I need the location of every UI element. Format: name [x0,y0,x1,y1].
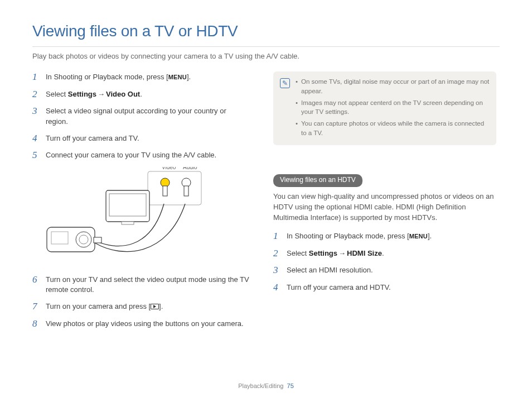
svg-rect-14 [94,237,101,243]
step-text: In Shooting or Playback mode, press [MEN… [287,231,496,242]
diagram-svg: Video Audio [45,167,212,262]
hdtv-heading-pill: Viewing files on an HDTV [273,174,362,186]
step-number: 5 [32,150,40,161]
step-text: Select Settings → HDMI Size. [287,248,496,259]
step-number: 4 [32,133,40,144]
step-7: 7 Turn on your camera and press []. [32,301,250,312]
step-number: 1 [273,231,281,242]
svg-rect-8 [109,194,146,216]
step-3: 3 Select a video signal output according… [32,106,250,127]
content-columns: 1 In Shooting or Playback mode, press [M… [32,71,500,335]
step-number: 1 [32,71,40,83]
step-number: 6 [32,274,40,285]
hdtv-steps: 1 In Shooting or Playback mode, press [M… [273,231,496,293]
step-text: In Shooting or Playback mode, press [MEN… [46,71,250,83]
note-list: On some TVs, digital noise may occur or … [296,77,490,140]
step-number: 2 [273,248,281,259]
step-text: Turn on your TV and select the video out… [46,274,250,296]
intro-text: Play back photos or videos by connecting… [32,51,500,62]
step-text: Select a video signal output according t… [46,106,250,127]
step-8: 8 View photos or play videos using the b… [32,318,250,329]
footer-section: Playback/Editing [238,382,283,389]
hdtv-step-1: 1 In Shooting or Playback mode, press [M… [273,231,496,242]
note-icon: ✎ [280,78,290,88]
step-text: Select Settings → Video Out. [46,89,250,100]
step-number: 2 [32,89,40,100]
hdtv-paragraph: You can view high-quality and uncompress… [273,192,496,223]
step-text: Turn off your camera and TV. [46,133,250,144]
hdtv-step-2: 2 Select Settings → HDMI Size. [273,248,496,259]
step-number: 4 [273,282,281,293]
svg-rect-6 [184,186,188,196]
step-number: 3 [32,106,40,117]
svg-text:Video: Video [162,167,176,170]
page-number: 75 [287,382,294,389]
note-item: On some TVs, digital noise may occur or … [296,77,490,95]
note-box: ✎ On some TVs, digital noise may occur o… [273,71,496,145]
right-column: ✎ On some TVs, digital noise may occur o… [273,71,496,335]
menu-label: MENU [168,74,187,80]
step-5: 5 Connect your camera to your TV using t… [32,150,250,161]
note-item: Images may not appear centerd on the TV … [296,98,490,117]
step-text: Turn on your camera and press []. [46,301,250,312]
svg-rect-13 [51,232,68,244]
menu-label: MENU [409,233,428,240]
title-rule [32,46,500,47]
connection-diagram: Video Audio [45,167,250,265]
step-4: 4 Turn off your camera and TV. [32,133,250,144]
step-text: Connect your camera to your TV using the… [46,150,250,161]
page-footer: Playback/Editing 75 [0,382,532,391]
step-number: 7 [32,301,40,312]
step-number: 8 [32,318,40,329]
step-2: 2 Select Settings → Video Out. [32,89,250,100]
av-steps-continued: 6 Turn on your TV and select the video o… [32,274,250,329]
step-text: Turn off your camera and HDTV. [287,282,496,293]
play-icon [151,304,159,309]
left-column: 1 In Shooting or Playback mode, press [M… [32,71,250,335]
svg-point-12 [79,235,88,244]
page-title: Viewing files on a TV or HDTV [32,20,500,43]
step-text: Select an HDMI resolution. [287,265,496,276]
hdtv-step-4: 4 Turn off your camera and HDTV. [273,282,496,293]
step-1: 1 In Shooting or Playback mode, press [M… [32,71,250,83]
step-number: 3 [273,265,281,276]
note-item: You can capture photos or videos while t… [296,119,490,137]
step-text: View photos or play videos using the but… [46,318,250,329]
svg-text:Audio: Audio [183,167,197,170]
svg-rect-0 [148,171,201,205]
svg-rect-5 [163,186,167,196]
av-steps: 1 In Shooting or Playback mode, press [M… [32,71,250,161]
step-6: 6 Turn on your TV and select the video o… [32,274,250,296]
hdtv-step-3: 3 Select an HDMI resolution. [273,265,496,276]
svg-rect-9 [122,222,134,224]
